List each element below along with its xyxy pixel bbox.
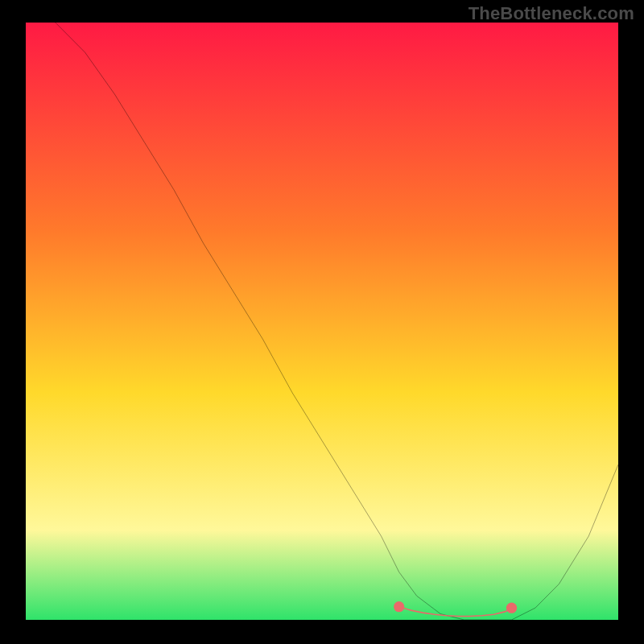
valley-marker-endpoint [394,601,404,612]
plot-area [26,23,618,620]
watermark-text: TheBottleneck.com [469,3,634,24]
chart-svg [26,23,618,620]
valley-marker-endpoint [506,602,517,613]
chart-frame: TheBottleneck.com [0,0,644,644]
gradient-background [26,23,618,620]
